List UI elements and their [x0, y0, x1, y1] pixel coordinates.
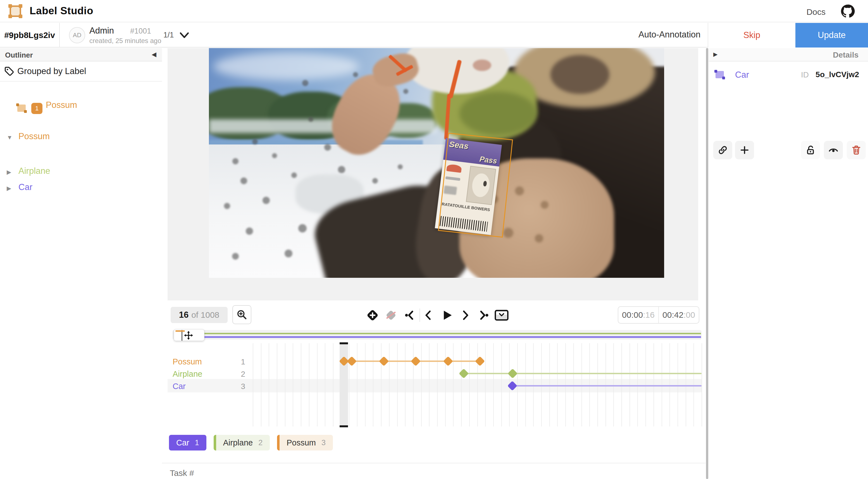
grid-line: [621, 343, 622, 426]
grid-line: [357, 343, 358, 426]
prev-frame-button[interactable]: [421, 307, 436, 323]
current-frame: 16: [179, 310, 188, 320]
region-name[interactable]: Car: [735, 70, 749, 80]
track-label-airplane[interactable]: Airplane: [173, 369, 228, 379]
grid-line: [541, 343, 542, 426]
track-label-car[interactable]: Car: [173, 382, 228, 391]
grid-line: [461, 343, 462, 426]
label-chip-possum[interactable]: Possum3: [277, 435, 333, 450]
auto-annotation-label: Auto-Annotation: [639, 30, 701, 40]
grid-line: [381, 343, 381, 426]
region-index-badge: 1: [31, 103, 42, 114]
details-panel: ▶ Details Car ID 5o_lvCVjw2: [709, 48, 868, 479]
next-keyframe-button[interactable]: [476, 307, 492, 323]
prev-keyframe-button[interactable]: [402, 307, 417, 323]
grid-line: [565, 343, 566, 426]
video-frame[interactable]: Seas Pass RATATOUILLE BOWERS: [209, 48, 664, 278]
scrollbar-thumb[interactable]: [706, 48, 708, 479]
grid-line: [582, 343, 582, 426]
next-frame-button[interactable]: [458, 307, 473, 323]
tree-group-airplane[interactable]: Airplane: [19, 166, 50, 176]
tree-group-possum[interactable]: Possum: [19, 131, 50, 142]
playhead-cap[interactable]: [340, 425, 348, 427]
grid-line: [629, 343, 630, 426]
label-chip-airplane[interactable]: Airplane2: [214, 435, 270, 450]
grid-line: [574, 343, 574, 426]
link-region-button[interactable]: [713, 141, 732, 159]
add-meta-button[interactable]: [735, 141, 754, 159]
label-chip-car[interactable]: Car1: [169, 435, 207, 450]
keyframe-diamond-possum[interactable]: [379, 356, 389, 366]
chevron-left-icon: [423, 309, 434, 321]
grid-line: [653, 343, 654, 426]
grid-line: [517, 343, 518, 426]
keyframe-diamond-possum[interactable]: [475, 356, 485, 366]
grid-line: [445, 343, 446, 426]
eye-icon: [828, 145, 839, 156]
hide-region-button[interactable]: [824, 141, 843, 159]
grid-line: [686, 343, 686, 426]
task-id[interactable]: #9pb8Lgs2iv: [0, 23, 60, 48]
grid-line: [437, 343, 438, 426]
grid-line: [670, 343, 670, 426]
keyframe-line-car: [512, 385, 702, 387]
grid-line: [533, 343, 534, 426]
delete-region-button[interactable]: [847, 141, 866, 159]
grid-line: [421, 343, 422, 426]
keyframe-diamond-possum[interactable]: [443, 356, 453, 366]
collapse-timeline-button[interactable]: [494, 307, 509, 323]
add-keyframe-button[interactable]: [365, 307, 380, 323]
current-time[interactable]: 00:00:16: [618, 307, 659, 323]
docs-link[interactable]: Docs: [807, 7, 826, 17]
lock-region-button[interactable]: [801, 141, 820, 159]
main-scrollbar: [706, 48, 709, 479]
keyframe-diamond-possum[interactable]: [411, 356, 421, 366]
update-button[interactable]: Update: [796, 23, 868, 48]
bounding-box-region[interactable]: [438, 133, 513, 238]
outliner-title: Outliner: [5, 51, 33, 60]
frames-grid[interactable]: [253, 343, 702, 426]
plus-icon: [740, 145, 750, 155]
track-label-possum[interactable]: Possum: [173, 357, 228, 366]
label-studio-logo-icon[interactable]: [8, 4, 23, 19]
expand-panel-icon[interactable]: ▶: [713, 51, 717, 58]
grid-line: [309, 343, 309, 426]
task-footer-label: Task #: [170, 468, 194, 478]
chevron-down-icon[interactable]: [179, 31, 189, 39]
total-frames: of 1008: [191, 310, 219, 320]
seek-track[interactable]: [173, 330, 702, 339]
grouping-selector[interactable]: Grouped by Label: [0, 61, 162, 82]
frame-counter[interactable]: 16 of 1008: [170, 307, 227, 323]
grid-line: [389, 343, 390, 426]
grid-line: [301, 343, 301, 426]
collapse-panel-icon[interactable]: ◀: [152, 51, 156, 58]
annotator-avatar[interactable]: AD: [69, 27, 85, 43]
keyframe-diamond-car[interactable]: [507, 381, 517, 391]
keyframe-diamond-possum[interactable]: [347, 356, 356, 366]
seekbar[interactable]: [173, 329, 702, 341]
selected-region-row[interactable]: Car ID 5o_lvCVjw2: [709, 66, 868, 83]
grid-line: [293, 343, 293, 426]
caret-collapsed-icon[interactable]: ▶: [7, 169, 11, 176]
play-button[interactable]: [439, 307, 455, 323]
annotation-created: created, 25 minutes ago: [89, 37, 161, 45]
skip-button[interactable]: Skip: [708, 23, 796, 48]
caret-collapsed-icon[interactable]: ▶: [7, 185, 11, 192]
tree-region-possum[interactable]: Possum: [46, 100, 77, 110]
grid-line: [501, 343, 502, 426]
caret-expanded-icon[interactable]: ▼: [7, 134, 12, 141]
grid-line: [702, 343, 702, 426]
keyframe-diamond-airplane[interactable]: [459, 369, 469, 379]
timeline-zoom-button[interactable]: [232, 305, 251, 324]
annotation-toolbar: #9pb8Lgs2iv AD Admin #1001 created, 25 m…: [0, 23, 868, 48]
github-icon[interactable]: [840, 4, 855, 19]
track-num: 1: [234, 357, 245, 366]
remove-keyframe-button[interactable]: [383, 307, 399, 323]
current-frame-column[interactable]: [340, 343, 348, 426]
footer-divider: [162, 463, 706, 463]
grid-line: [645, 343, 646, 426]
chip-color-bar: [214, 435, 216, 450]
tree-group-car[interactable]: Car: [19, 182, 32, 192]
playhead-cap[interactable]: [340, 342, 348, 344]
grid-line: [525, 343, 526, 426]
